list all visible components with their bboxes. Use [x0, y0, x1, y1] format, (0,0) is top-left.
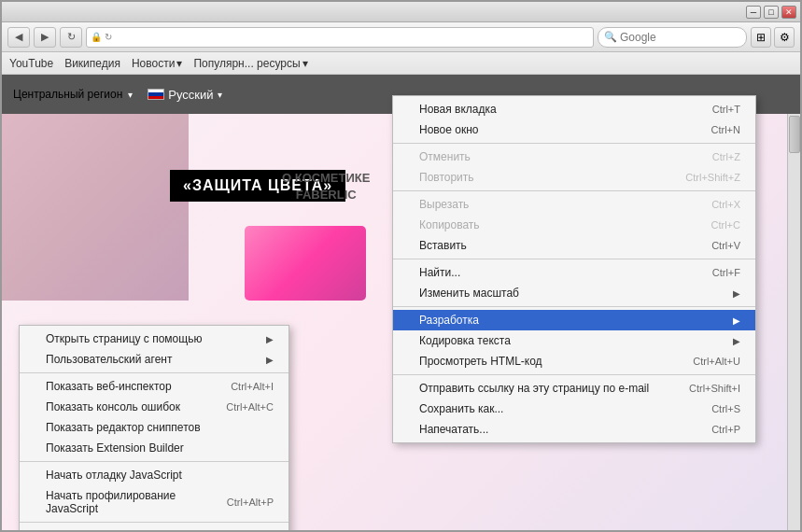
menu-copy[interactable]: Копировать Ctrl+C	[393, 215, 755, 235]
russian-flag	[148, 89, 164, 100]
bookmark-youtube[interactable]: YouTube	[9, 57, 53, 70]
maximize-button[interactable]: □	[764, 6, 779, 19]
separator	[393, 374, 755, 375]
region-selector[interactable]: Центральный регион ▾	[13, 88, 133, 101]
bookmarks-bar: YouTube Википедия Новости ▾ Популярн... …	[2, 52, 800, 75]
bookmark-wikipedia[interactable]: Википедия	[64, 57, 120, 70]
close-button[interactable]: ✕	[781, 6, 796, 19]
menu-show-extension[interactable]: Показать Extension Builder	[20, 438, 288, 458]
menu-find[interactable]: Найти... Ctrl+F	[393, 262, 755, 283]
flowers-image	[245, 226, 366, 301]
arrow-icon: ▶	[733, 288, 740, 299]
bookmark-news-arrow: ▾	[176, 57, 182, 70]
menu-show-inspector[interactable]: Показать веб-инспектор Ctrl+Alt+I	[20, 376, 288, 397]
forward-button[interactable]: ▶	[34, 27, 56, 48]
menu-encoding[interactable]: Кодировка текста ▶	[393, 330, 755, 351]
menu-save-as[interactable]: Сохранить как... Ctrl+S	[393, 399, 755, 419]
search-bar-wrapper: 🔍	[598, 27, 747, 48]
scrollbar-thumb[interactable]	[789, 116, 800, 153]
menu-undo[interactable]: Отменить Ctrl+Z	[393, 147, 755, 167]
reload-icon: ↻	[105, 32, 112, 42]
browser-frame: ─ □ ✕ ◀ ▶ ↻ 🔒 ↻ 🔍 ⊞ ⚙ YouTube Википедия	[0, 0, 802, 532]
menu-new-tab[interactable]: Новая вкладка Ctrl+T	[393, 99, 755, 119]
bookmark-news[interactable]: Новости ▾	[132, 57, 182, 70]
arrow-icon: ▶	[266, 334, 274, 344]
region-arrow: ▾	[128, 90, 133, 100]
separator	[20, 522, 288, 523]
bookmark-popular-arrow: ▾	[303, 57, 308, 70]
bookmark-news-label: Новости	[132, 57, 175, 70]
menu-open-with[interactable]: Открыть страницу с помощью ▶	[20, 329, 288, 349]
separator	[393, 306, 755, 307]
back-button[interactable]: ◀	[7, 27, 30, 48]
language-arrow: ▾	[218, 90, 222, 100]
menu-start-profile[interactable]: Начать профилирование JavaScript Ctrl+Al…	[20, 485, 288, 519]
menu-new-window[interactable]: Новое окно Ctrl+N	[393, 119, 755, 140]
title-bar: ─ □ ✕	[2, 2, 800, 22]
bookmark-popular[interactable]: Популярн... ресурсы ▾	[193, 57, 307, 70]
search-input[interactable]	[620, 31, 732, 44]
arrow-icon: ▶	[733, 336, 740, 346]
bookmark-wikipedia-label: Википедия	[64, 57, 120, 70]
menu-email-link[interactable]: Отправить ссылку на эту страницу по e-ma…	[393, 378, 755, 399]
language-label: Русский	[168, 88, 213, 102]
arrow-icon: ▶	[733, 315, 740, 326]
toolbar: ◀ ▶ ↻ 🔒 ↻ 🔍 ⊞ ⚙	[2, 22, 800, 52]
separator	[20, 372, 288, 373]
minimize-button[interactable]: ─	[746, 6, 761, 19]
address-bar-wrapper: 🔒 ↻	[86, 27, 594, 48]
menu-start-debug[interactable]: Начать отладку JavaScript	[20, 465, 288, 485]
context-menu-right: Новая вкладка Ctrl+T Новое окно Ctrl+N О…	[392, 95, 756, 443]
bookmark-popular-label: Популярн... ресурсы	[193, 57, 300, 70]
separator	[393, 259, 755, 259]
menu-develop[interactable]: Разработка ▶	[393, 310, 755, 330]
person-image	[2, 114, 189, 301]
search-icon: 🔍	[604, 31, 617, 43]
arrow-icon: ▶	[266, 355, 274, 365]
menu-paste[interactable]: Вставить Ctrl+V	[393, 235, 755, 256]
menu-view-source[interactable]: Просмотреть HTML-код Ctrl+Alt+U	[393, 351, 755, 371]
scrollbar[interactable]	[787, 114, 800, 530]
menu-show-snippets[interactable]: Показать редактор сниппетов	[20, 417, 288, 438]
separator	[20, 461, 288, 462]
separator	[393, 190, 755, 191]
address-input[interactable]	[115, 31, 589, 44]
menu-user-agent[interactable]: Пользовательский агент ▶	[20, 349, 288, 370]
menu-dnt-header[interactable]: Отправлять заголовок «Не отслеживать HTT…	[20, 525, 288, 530]
refresh-button[interactable]: ↻	[60, 27, 82, 48]
faberlic-text: О КОСМЕТИКЕFABERLIC	[282, 170, 370, 203]
menu-zoom[interactable]: Изменить масштаб ▶	[393, 283, 755, 303]
separator	[393, 143, 755, 144]
language-selector[interactable]: Русский ▾	[148, 88, 221, 102]
page-content: Центральный регион ▾ Русский ▾ «ЗАЩИТА Ц…	[2, 75, 800, 530]
settings-button[interactable]: ⚙	[774, 27, 795, 48]
region-label: Центральный регион	[13, 88, 122, 101]
context-menu-left: Открыть страницу с помощью ▶ Пользовател…	[19, 325, 289, 530]
window-controls: ─ □ ✕	[746, 6, 796, 19]
bookmark-youtube-label: YouTube	[9, 57, 53, 70]
menu-redo[interactable]: Повторить Ctrl+Shift+Z	[393, 167, 755, 188]
toolbar-right: ⊞ ⚙	[751, 27, 795, 48]
bookmark-button[interactable]: ⊞	[751, 27, 771, 48]
menu-cut[interactable]: Вырезать Ctrl+X	[393, 194, 755, 215]
lock-icon: 🔒	[91, 32, 102, 42]
menu-print[interactable]: Напечатать... Ctrl+P	[393, 419, 755, 440]
menu-show-console[interactable]: Показать консоль ошибок Ctrl+Alt+C	[20, 397, 288, 417]
